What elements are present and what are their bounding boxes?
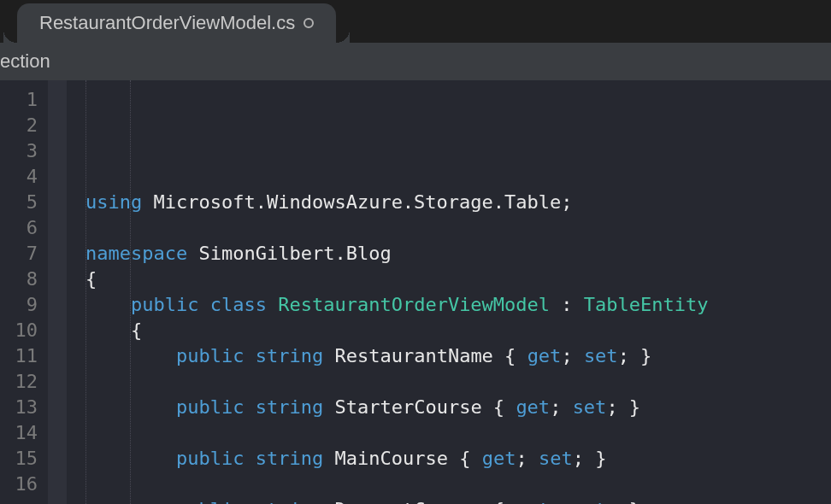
token-kw: namespace [85,243,187,264]
token-kw: string [256,396,323,418]
tab-filename: RestaurantOrderViewModel.cs [39,12,295,34]
token-kw: set [584,345,618,366]
token-punct: : [550,294,584,315]
code-line[interactable]: public string MainCourse { get; set; } [85,446,831,472]
token-punct: ; [561,191,572,213]
token-kw: public [176,345,244,366]
token-kw: public [176,448,244,469]
token-ws [323,448,334,469]
token-kw: get [516,499,550,504]
token-ws [323,345,334,366]
token-punct: ; } [573,448,607,469]
token-punct: ; } [606,396,640,418]
token-ws [244,499,255,504]
indent-guide [130,80,131,504]
token-kw: set [539,448,573,469]
token-punct: { [493,345,527,366]
token-id: MainCourse [334,448,447,469]
line-number: 10 [0,318,38,343]
line-number: 15 [0,446,38,472]
token-typ: TableEntity [584,294,709,315]
code-line[interactable]: public string StarterCourse { get; set; … [85,395,831,420]
token-punct: { [448,448,482,469]
token-id: DessertCourse [334,499,481,504]
line-number: 16 [0,472,38,497]
code-line[interactable] [85,215,831,241]
code-line[interactable]: namespace SimonGilbert.Blog [85,241,831,267]
line-number: 3 [0,138,38,164]
token-kw: get [527,345,562,366]
token-punct: { [482,499,516,504]
token-ws [244,396,255,418]
token-punct: { [482,396,516,418]
token-kw: public [131,294,198,315]
token-typ: RestaurantOrderViewModel [278,294,550,315]
token-ws [198,294,209,315]
line-number: 12 [0,369,38,395]
token-kw: string [256,345,323,366]
breadcrumb-segment: ection [0,50,50,73]
token-kw: string [256,499,323,504]
token-kw: class [210,294,267,315]
token-ws [244,448,255,469]
token-ws [85,294,131,315]
token-kw: get [482,448,516,469]
line-number: 4 [0,164,38,190]
token-kw: set [573,499,607,504]
line-number: 6 [0,215,38,241]
token-id: StarterCourse [334,396,481,418]
token-punct: { [131,319,142,341]
code-line[interactable]: { [85,267,831,292]
token-punct: ; } [606,499,640,504]
token-ws [323,499,334,504]
code-line[interactable] [85,420,831,446]
line-number: 13 [0,395,38,420]
token-kw: using [85,191,142,213]
line-number-gutter: 12345678910111213141516 [0,80,48,504]
line-number: 1 [0,87,38,113]
token-ws [244,345,255,366]
token-punct: ; [516,448,539,469]
line-number: 7 [0,241,38,267]
token-id: RestaurantName [334,345,492,366]
token-kw: string [256,448,323,469]
token-punct: { [85,268,97,290]
token-kw: get [516,396,550,418]
code-line[interactable]: { [85,318,831,343]
line-number: 9 [0,292,38,318]
token-punct: ; [561,345,584,366]
token-kw: public [176,499,244,504]
file-tab[interactable]: RestaurantOrderViewModel.cs [17,3,336,43]
unsaved-indicator-icon [304,18,314,28]
line-number: 8 [0,267,38,292]
line-number: 14 [0,420,38,446]
code-line[interactable]: public class RestaurantOrderViewModel : … [85,292,831,318]
code-line[interactable]: public string RestaurantName { get; set;… [85,343,831,369]
code-line[interactable] [85,369,831,395]
token-kw: set [573,396,607,418]
token-punct: ; [550,396,573,418]
token-ws [85,319,131,341]
token-ws [267,294,278,315]
code-area[interactable]: using Microsoft.WindowsAzure.Storage.Tab… [67,80,831,504]
code-line[interactable]: public string DessertCourse { get; set; … [85,497,831,504]
token-id: SimonGilbert.Blog [187,243,391,264]
tab-bar: RestaurantOrderViewModel.cs [0,0,831,43]
code-line[interactable]: using Microsoft.WindowsAzure.Storage.Tab… [85,190,831,215]
code-editor[interactable]: 12345678910111213141516 using Microsoft.… [0,80,831,504]
token-punct: ; } [618,345,652,366]
token-ws [323,396,334,418]
token-id: Microsoft.WindowsAzure.Storage.Table [142,191,561,213]
folding-margin[interactable] [48,80,67,504]
token-kw: public [176,396,244,418]
breadcrumb-bar[interactable]: ection [0,43,831,80]
token-punct: ; [550,499,573,504]
line-number: 2 [0,113,38,138]
code-line[interactable] [85,472,831,497]
line-number: 11 [0,343,38,369]
indent-guide [85,80,86,504]
line-number: 5 [0,190,38,215]
